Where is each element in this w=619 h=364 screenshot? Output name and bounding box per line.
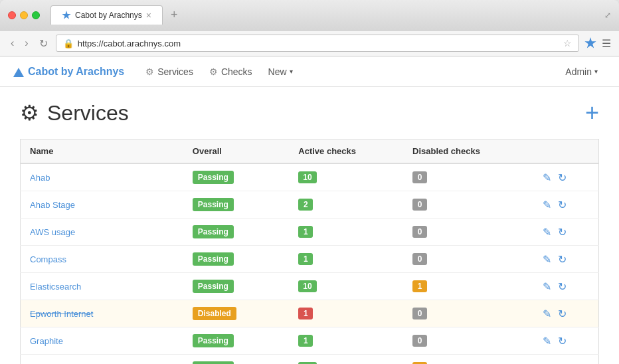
disabled-count: 0 — [412, 335, 427, 347]
maximize-dot[interactable] — [32, 11, 40, 19]
table-row: AWS usage Passing 1 0 ✎ ↻ — [21, 219, 599, 246]
edit-icon[interactable]: ✎ — [543, 335, 551, 347]
col-header-name: Name — [21, 139, 183, 164]
refresh-icon[interactable]: ↻ — [558, 362, 567, 365]
row-actions: ✎ ↻ — [543, 308, 589, 320]
arachnys-icon — [584, 37, 596, 49]
row-actions: ✎ ↻ — [543, 171, 589, 184]
table-row: Hadoop Passing 13 1 ✎ ↻ — [21, 355, 599, 365]
active-count: 10 — [298, 280, 316, 292]
url-display: https://cabot.arachnys.com — [78, 39, 559, 48]
edit-icon[interactable]: ✎ — [543, 362, 551, 365]
refresh-icon[interactable]: ↻ — [558, 335, 567, 347]
overall-badge: Passing — [193, 171, 234, 184]
refresh-icon[interactable]: ↻ — [558, 199, 567, 211]
back-button[interactable]: ‹ — [8, 36, 17, 50]
refresh-button[interactable]: ↻ — [37, 36, 50, 51]
disabled-count: 0 — [412, 226, 427, 238]
tab-favicon — [62, 11, 71, 20]
table-row: Compass Passing 1 0 ✎ ↻ — [21, 246, 599, 273]
services-table: Name Overall Active checks Disabled chec… — [20, 139, 599, 364]
admin-caret-icon: ▾ — [594, 68, 598, 75]
overall-badge: Passing — [193, 225, 234, 238]
service-link[interactable]: Ahab Stage — [30, 200, 75, 210]
refresh-icon[interactable]: ↻ — [558, 226, 567, 238]
row-actions: ✎ ↻ — [543, 199, 589, 211]
col-header-overall: Overall — [183, 139, 289, 164]
navbar-right: Admin ▾ — [557, 66, 606, 77]
edit-icon[interactable]: ✎ — [543, 280, 551, 293]
refresh-icon[interactable]: ↻ — [558, 308, 567, 320]
active-count: 10 — [298, 171, 316, 183]
edit-icon[interactable]: ✎ — [543, 253, 551, 266]
new-tab-button[interactable]: + — [171, 8, 178, 22]
refresh-icon[interactable]: ↻ — [558, 253, 567, 266]
row-actions: ✎ ↻ — [543, 335, 589, 347]
checks-nav-link[interactable]: ⚙ Checks — [201, 56, 260, 87]
tab-title: Cabot by Arachnys — [75, 11, 142, 20]
table-row: Elasticsearch Passing 10 1 ✎ ↻ — [21, 273, 599, 300]
admin-nav-label: Admin — [565, 66, 592, 77]
minimize-dot[interactable] — [20, 11, 28, 19]
page-gear-icon: ⚙ — [20, 100, 39, 126]
browser-menu-icon[interactable]: ☰ — [602, 37, 611, 50]
bookmark-icon[interactable]: ☆ — [563, 38, 572, 48]
table-body: Ahab Passing 10 0 ✎ ↻ Ahab Stage Passing… — [21, 163, 599, 364]
active-count: 1 — [298, 253, 313, 265]
service-link[interactable]: Graphite — [30, 336, 63, 346]
active-count: 1 — [298, 308, 313, 319]
table-row: Ahab Stage Passing 2 0 ✎ ↻ — [21, 191, 599, 219]
secure-icon: 🔒 — [63, 39, 74, 48]
admin-nav-dropdown[interactable]: Admin ▾ — [557, 66, 606, 77]
edit-icon[interactable]: ✎ — [543, 199, 551, 211]
edit-icon[interactable]: ✎ — [543, 308, 551, 320]
close-dot[interactable] — [8, 11, 16, 19]
overall-badge: Passing — [193, 252, 234, 266]
edit-icon[interactable]: ✎ — [543, 226, 551, 238]
overall-badge: Passing — [193, 198, 234, 211]
service-link[interactable]: Ahab — [30, 173, 50, 183]
page-content: ⚙ Services + Name Overall Active checks … — [0, 87, 619, 364]
refresh-icon[interactable]: ↻ — [558, 171, 567, 184]
overall-badge: Passing — [193, 361, 234, 364]
active-count: 1 — [298, 335, 313, 347]
row-actions: ✎ ↻ — [543, 280, 589, 293]
brand-link[interactable]: Cabot by Arachnys — [13, 66, 124, 78]
table-row: Epworth Internet Disabled 1 0 ✎ ↻ — [21, 300, 599, 327]
service-link[interactable]: Epworth Internet — [30, 309, 93, 319]
overall-badge: Disabled — [193, 307, 236, 320]
edit-icon[interactable]: ✎ — [543, 171, 551, 184]
table-row: Graphite Passing 1 0 ✎ ↻ — [21, 327, 599, 355]
new-caret-icon: ▾ — [290, 68, 293, 75]
page-title: Services — [47, 101, 129, 126]
page-header: ⚙ Services + — [20, 100, 599, 126]
top-navbar: Cabot by Arachnys ⚙ Services ⚙ Checks Ne… — [0, 56, 619, 87]
window-controls — [8, 11, 40, 19]
forward-button[interactable]: › — [22, 36, 31, 50]
services-nav-link[interactable]: ⚙ Services — [137, 56, 201, 87]
brand-icon — [13, 66, 24, 77]
service-link[interactable]: AWS usage — [30, 227, 75, 237]
new-nav-dropdown[interactable]: New ▾ — [260, 66, 301, 77]
services-gear-icon: ⚙ — [145, 56, 154, 87]
col-header-actions — [533, 139, 598, 164]
service-link[interactable]: Elasticsearch — [30, 282, 81, 292]
refresh-icon[interactable]: ↻ — [558, 280, 567, 293]
table-row: Ahab Passing 10 0 ✎ ↻ — [21, 163, 599, 191]
browser-titlebar: Cabot by Arachnys × + ⤢ — [0, 0, 619, 31]
row-actions: ✎ ↻ — [543, 362, 589, 365]
col-header-active: Active checks — [289, 139, 403, 164]
overall-badge: Passing — [193, 280, 234, 293]
add-service-button[interactable]: + — [585, 101, 599, 125]
page-title-area: ⚙ Services — [20, 100, 585, 126]
address-box[interactable]: 🔒 https://cabot.arachnys.com ☆ — [56, 35, 579, 52]
active-count: 1 — [298, 226, 313, 238]
service-link[interactable]: Compass — [30, 254, 66, 264]
table-header: Name Overall Active checks Disabled chec… — [21, 139, 599, 164]
tab-close-button[interactable]: × — [146, 10, 151, 21]
active-count: 2 — [298, 199, 313, 211]
brand-label: Cabot by Arachnys — [28, 66, 124, 78]
browser-addressbar: ‹ › ↻ 🔒 https://cabot.arachnys.com ☆ ☰ — [0, 31, 619, 56]
row-actions: ✎ ↻ — [543, 226, 589, 238]
browser-tab[interactable]: Cabot by Arachnys × — [50, 5, 163, 25]
